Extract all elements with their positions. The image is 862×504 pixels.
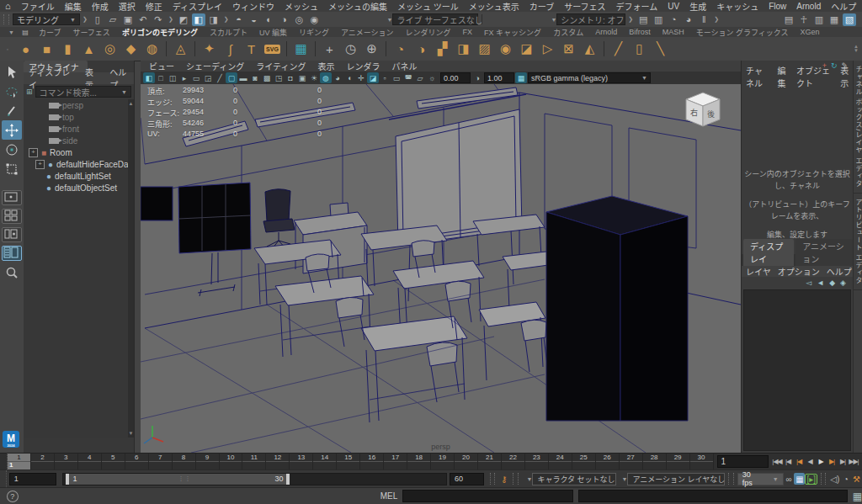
bridge-icon[interactable]: ⊠: [559, 40, 578, 59]
paint-select-tool[interactable]: [2, 101, 22, 120]
zoom-tool[interactable]: [2, 263, 22, 282]
timeline-frame-2[interactable]: 2: [31, 454, 55, 470]
hik-toggle-icon[interactable]: ☥: [797, 13, 811, 26]
menu-item[interactable]: 修正: [141, 0, 168, 13]
command-input[interactable]: [402, 490, 573, 502]
layer-list[interactable]: [743, 289, 851, 451]
channel-box-menu-item[interactable]: チャネル: [746, 64, 770, 89]
poly-sphere-icon[interactable]: ●: [16, 40, 35, 59]
undo-icon[interactable]: ↶: [136, 13, 150, 26]
select-object-icon[interactable]: ◧: [192, 13, 205, 26]
symmetry-field[interactable]: シンメトリ: オフ: [556, 13, 625, 25]
expand-icon[interactable]: +: [35, 160, 45, 169]
shelf-tab-MASH[interactable]: MASH: [657, 28, 690, 36]
timeline-frame-23[interactable]: 23: [525, 454, 549, 470]
snap-projected-center-icon[interactable]: ◑: [278, 13, 291, 26]
resolution-gate-icon[interactable]: ▭: [391, 72, 402, 83]
new-scene-icon[interactable]: ▯: [91, 13, 104, 26]
boolean-intersect-icon[interactable]: ▨: [475, 40, 494, 59]
search-input[interactable]: コマンド検索... ▼: [35, 86, 131, 98]
timeline-frame-28[interactable]: 28: [643, 454, 667, 470]
wireframe-on-shaded-icon[interactable]: ◕: [332, 72, 343, 83]
render-settings-icon[interactable]: ◔: [667, 13, 680, 26]
viewport-menu-item[interactable]: シェーディング: [181, 60, 249, 72]
go-to-start-button[interactable]: |◀◀: [772, 458, 782, 465]
combine-icon[interactable]: ◔: [391, 40, 410, 59]
viewport-menu-item[interactable]: パネル: [387, 60, 423, 72]
menu-item[interactable]: UV: [662, 2, 684, 11]
separate-icon[interactable]: ◑: [412, 40, 431, 59]
ipr-render-icon[interactable]: ▥: [652, 13, 665, 26]
shelf-tab-リギング[interactable]: リギング: [293, 27, 335, 38]
menu-item[interactable]: キャッシュ: [711, 0, 764, 13]
timeline-frame-8[interactable]: 8: [173, 454, 196, 470]
occlusion-icon[interactable]: ▣: [296, 72, 308, 83]
step-forward-key-button[interactable]: ▶|: [827, 458, 837, 465]
snap-grid-icon[interactable]: ◓: [232, 13, 246, 26]
outliner-item-defaultLightSet[interactable]: ●defaultLightSet: [24, 170, 134, 182]
layer-new-icon[interactable]: ◆: [829, 279, 835, 287]
menu-item[interactable]: カーブ: [524, 0, 559, 13]
lock-camera-icon[interactable]: □: [155, 72, 167, 83]
timeline-frame-21[interactable]: 21: [478, 454, 502, 470]
play-forward-button[interactable]: ▶: [816, 458, 826, 465]
animation-start-field[interactable]: 1: [9, 473, 57, 485]
layer-selected-icon[interactable]: ◄: [817, 279, 824, 287]
expand-icon[interactable]: +: [29, 148, 38, 157]
layer-editor-tab-アニメーション[interactable]: アニメーション: [795, 239, 853, 266]
character-set-dropdown[interactable]: キャラクタ セットなし: [532, 473, 616, 485]
command-language-label[interactable]: MEL: [380, 491, 398, 501]
range-track[interactable]: 1 ⋮⋮ 30: [62, 473, 446, 485]
mute-sound-icon[interactable]: ◁): [829, 473, 840, 485]
select-tool[interactable]: [2, 62, 22, 82]
script-editor-icon[interactable]: ▦: [853, 491, 862, 502]
timeline-frame-7[interactable]: 7: [149, 454, 173, 470]
outliner-item-persp[interactable]: persp: [24, 99, 134, 111]
shelf-tab-FX[interactable]: FX: [457, 28, 479, 36]
layer-new-selected-icon[interactable]: ◈: [840, 279, 846, 287]
shelf-tab-レンダリング[interactable]: レンダリング: [400, 27, 457, 38]
menu-item[interactable]: ヘルプ: [826, 0, 861, 13]
timeline-frame-18[interactable]: 18: [407, 454, 431, 470]
redo-icon[interactable]: ↷: [152, 13, 165, 26]
menu-item[interactable]: デフォーム: [611, 0, 663, 13]
menu-item[interactable]: 編集: [60, 0, 87, 13]
timeline-frame-17[interactable]: 17: [384, 454, 407, 470]
poly-torus-icon[interactable]: ◎: [100, 40, 120, 59]
timeline-ticks[interactable]: 1123456789101112131415161718192021222324…: [8, 454, 714, 470]
timeline-frame-30[interactable]: 30: [690, 454, 714, 470]
outliner-item-Room[interactable]: +■Room: [24, 146, 134, 158]
poly-cube-icon[interactable]: ■: [37, 40, 56, 59]
platonic-solid-icon[interactable]: ◬: [171, 40, 190, 59]
shelf-tab-UV 編集[interactable]: UV 編集: [253, 27, 293, 38]
pause-viewport-icon[interactable]: ‖: [697, 13, 710, 26]
range-center-grip[interactable]: ⋮⋮: [178, 475, 191, 482]
menu-item[interactable]: Flow: [764, 2, 791, 11]
snap-curve-icon[interactable]: ◒: [247, 13, 261, 26]
grease-pencil-icon[interactable]: ╱: [214, 72, 226, 83]
play-backwards-button[interactable]: ◀: [805, 458, 815, 465]
animation-preferences-icon[interactable]: ⚒: [851, 473, 862, 485]
shelf-tab-XGen[interactable]: XGen: [795, 28, 826, 36]
move-to-origin-icon[interactable]: ⊕: [362, 40, 381, 59]
group-toggle[interactable]: ❯: [168, 16, 173, 23]
poly-disc-icon[interactable]: ◍: [142, 40, 162, 59]
current-frame-field[interactable]: 1: [717, 455, 769, 468]
snap-point-icon[interactable]: ◐: [263, 13, 276, 26]
isolate-select-icon[interactable]: ◪: [367, 72, 379, 83]
group-grip[interactable]: [3, 14, 9, 25]
anim-layer-dropdown[interactable]: アニメーション レイヤなし: [627, 473, 725, 485]
fps-dropdown[interactable]: 30 fps▼: [737, 473, 784, 485]
clamp-icon[interactable]: [▸]: [805, 474, 817, 485]
bookmarks-icon[interactable]: ▸: [178, 72, 190, 83]
timeline-frame-15[interactable]: 15: [337, 454, 360, 470]
side-tab-アトリビュート エディタ[interactable]: アトリビュート エディタ: [854, 194, 862, 290]
group-toggle[interactable]: ❯: [628, 16, 633, 23]
menu-item[interactable]: 生成: [684, 0, 711, 13]
textured-lit-icon[interactable]: ◍: [320, 72, 332, 83]
multi-cut-icon[interactable]: ╲: [651, 40, 670, 59]
attribute-editor-toggle-icon[interactable]: ▥: [812, 13, 826, 26]
timeline-frame-3[interactable]: 3: [55, 454, 78, 470]
sweep-mesh-icon[interactable]: ✦: [200, 40, 219, 59]
shelf-spinner[interactable]: ▲▼: [854, 45, 862, 53]
